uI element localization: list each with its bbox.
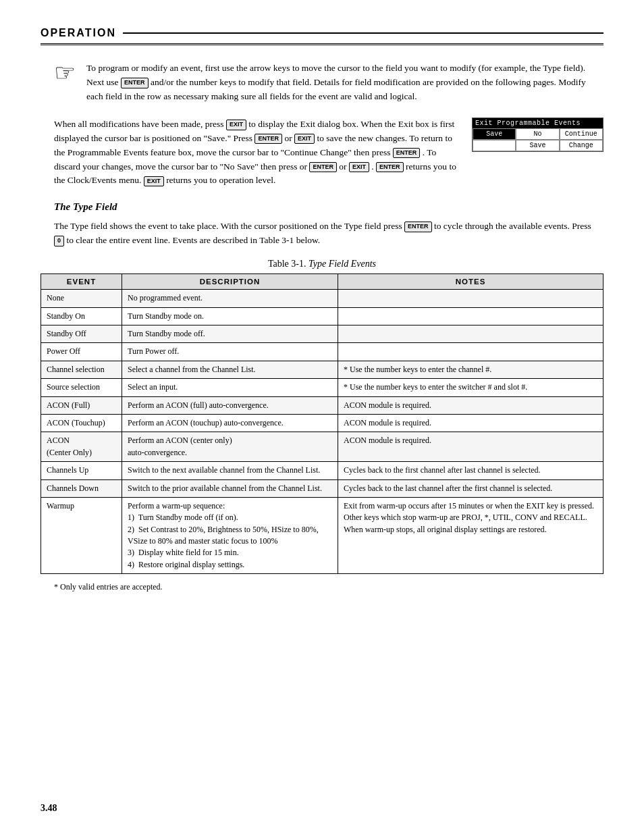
cell-event: Source selection [41,379,122,396]
table-caption-prefix: Table 3-1. [268,259,308,269]
dialog-cell-no: No [516,128,559,140]
table-body: NoneNo programmed event.Standby OnTurn S… [41,290,603,574]
table-row: WarmupPerform a warm-up sequence: 1) Tur… [41,497,603,573]
mod-para1-end: returns you to operation level. [166,175,275,185]
cell-description: Switch to the prior available channel fr… [122,479,338,497]
dialog-row-1: Save No Continue [473,128,603,140]
exit-key-3: EXIT [349,162,369,173]
cell-event: Channel selection [41,361,122,378]
type-para-2: to cycle through the available events. P… [434,221,591,231]
table-row: Standby OnTurn Standby mode on. [41,307,603,325]
cell-event: Channels Up [41,462,122,479]
exit-key-1: EXIT [226,120,246,130]
cell-event: Channels Down [41,479,122,497]
cell-event: ACON (Touchup) [41,414,122,432]
page: OPERATION ☞ To program or modify an even… [0,0,644,834]
page-header: OPERATION [41,27,603,45]
enter-key-type: ENTER [404,221,432,232]
type-field-para: The Type field shows the event to take p… [54,219,603,248]
tip-text: To program or modify an event, first use… [86,61,603,104]
cell-description: Turn Standby mode off. [122,325,338,343]
dialog-cell-save2: Save [516,140,559,151]
cell-description: Turn Standby mode on. [122,307,338,325]
cell-description: Perform an ACON (center only) auto-conve… [122,432,338,462]
table-row: Standby OffTurn Standby mode off. [41,325,603,343]
tip-block: ☞ To program or modify an event, first u… [54,61,603,104]
cell-description: Perform a warm-up sequence: 1) Turn Stan… [122,497,338,573]
modification-section: When all modifications have been made, p… [54,118,603,188]
cell-description: Turn Power off. [122,343,338,361]
cell-description: Select a channel from the Channel List. [122,361,338,378]
table-head: EVENT DESCRIPTION NOTES [41,274,603,290]
cell-notes: ACON module is required. [338,414,603,432]
header-rule [123,32,603,34]
col-event: EVENT [41,274,122,290]
type-field-heading: The Type Field [54,201,603,213]
tip-icon: ☞ [54,59,76,87]
dialog-title: Exit Programmable Events [473,118,603,128]
mod-para1-or2: or [300,161,307,172]
type-para-1: The Type field shows the event to take p… [54,221,402,231]
event-table: EVENT DESCRIPTION NOTES NoneNo programme… [41,273,603,574]
cell-event: Power Off [41,343,122,361]
cell-description: Select an input. [122,379,338,396]
table-row: Channel selectionSelect a channel from t… [41,361,603,378]
cell-description: No programmed event. [122,290,338,307]
table-caption-italic: Type Field Events [308,259,376,269]
col-notes: NOTES [338,274,603,290]
enter-key-4: ENTER [309,162,337,173]
enter-key-1: ENTER [121,78,149,88]
exit-dialog: Exit Programmable Events Save No Continu… [472,118,603,152]
cell-event: None [41,290,122,307]
table-row: NoneNo programmed event. [41,290,603,307]
cell-description: Perform an ACON (full) auto-convergence. [122,396,338,414]
mod-para1-or: or [284,133,292,143]
table-row: ACON (Full)Perform an ACON (full) auto-c… [41,396,603,414]
cell-notes [338,307,603,325]
cell-notes: * Use the number keys to enter the switc… [338,379,603,396]
cell-event: Standby Off [41,325,122,343]
mod-para1-or2-text: or [339,161,349,172]
table-row: ACON (Center Only)Perform an ACON (cente… [41,432,603,462]
cell-notes: ACON module is required. [338,432,603,462]
exit-key-4: EXIT [144,176,164,187]
cell-description: Perform an ACON (touchup) auto-convergen… [122,414,338,432]
type-para-3: to clear the entire event line. Events a… [66,235,320,245]
dialog-row-2: Save Change [473,140,603,151]
dialog-cell-empty [473,140,516,151]
cell-notes: Cycles back to the first channel after l… [338,462,603,479]
col-description: DESCRIPTION [122,274,338,290]
table-row: Power OffTurn Power off. [41,343,603,361]
cell-event: Warmup [41,497,122,573]
cell-notes: Exit from warm-up occurs after 15 minute… [338,497,603,573]
cell-notes: ACON module is required. [338,396,603,414]
zero-key: 0 [54,236,64,246]
dialog-cell-change: Change [560,140,603,151]
cell-event: ACON (Center Only) [41,432,122,462]
table-header-row: EVENT DESCRIPTION NOTES [41,274,603,290]
mod-para1-before: When all modifications have been made, p… [54,119,224,129]
tip-text-part2: and/or the number keys to modify that fi… [86,77,586,101]
dialog-cell-continue: Continue [560,128,603,140]
table-caption: Table 3-1. Type Field Events [41,259,603,269]
table-row: Channels UpSwitch to the next available … [41,462,603,479]
table-row: Channels DownSwitch to the prior availab… [41,479,603,497]
cell-event: ACON (Full) [41,396,122,414]
mod-para1-dot: . [371,161,373,172]
enter-key-3: ENTER [393,148,421,159]
footnote: * Only valid entries are accepted. [54,582,603,592]
table-row: ACON (Touchup)Perform an ACON (touchup) … [41,414,603,432]
header-title: OPERATION [41,27,116,39]
cell-notes: Cycles back to the last channel after th… [338,479,603,497]
cell-notes [338,290,603,307]
cell-event: Standby On [41,307,122,325]
table-row: Source selectionSelect an input.* Use th… [41,379,603,396]
cell-notes: * Use the number keys to enter the chann… [338,361,603,378]
page-number: 3.48 [41,803,57,814]
cell-notes [338,343,603,361]
mod-text: When all modifications have been made, p… [54,118,460,188]
exit-key-2: EXIT [294,134,315,145]
dialog-cell-save-highlight: Save [473,128,516,140]
dialog-body: Save No Continue Save Change [473,128,603,151]
enter-key-5: ENTER [376,162,404,173]
